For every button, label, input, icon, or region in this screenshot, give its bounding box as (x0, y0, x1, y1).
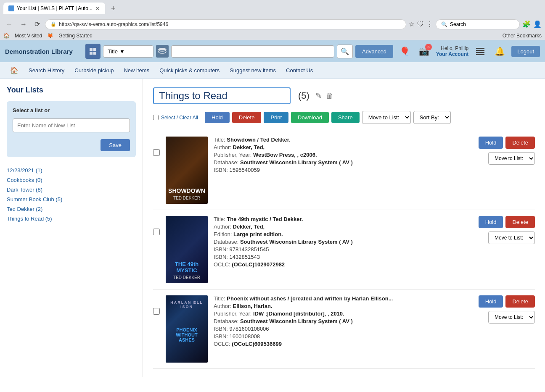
delete-list-icon[interactable]: 🗑 (326, 92, 333, 100)
list-icon[interactable] (473, 44, 488, 59)
extensions-icon[interactable]: 🧩 (522, 20, 531, 28)
isbn-label-2: ISBN: (214, 246, 228, 253)
title-value-3: Phoenix without ashes / [created and wri… (227, 295, 393, 302)
sort-by-dropdown[interactable]: Sort By: (413, 111, 451, 124)
profile-icon[interactable]: 👤 (533, 20, 542, 28)
bell-icon[interactable]: 🔔 (492, 44, 507, 59)
pub-label-1: Publisher, Year: (214, 152, 251, 158)
nav-new-items[interactable]: New items (119, 63, 154, 78)
menu-icon[interactable]: ⋮ (426, 20, 433, 28)
nav-contact-us[interactable]: Contact Us (281, 63, 318, 78)
hold-button-3[interactable]: Hold (479, 295, 503, 308)
tab-close-button[interactable]: ✕ (95, 5, 100, 12)
list-items: 12/23/2021 (1) Cookbooks (0) Dark Tower … (7, 166, 136, 224)
book-cover-2[interactable]: THE 49th MYSTIC TED DEKKER (166, 216, 208, 283)
browser-search-text: Search (450, 21, 466, 27)
reload-button[interactable]: ⟳ (32, 18, 42, 30)
sidebar: Your Lists Select a list or Save 12/23/2… (0, 79, 143, 377)
print-button[interactable]: Print (264, 112, 288, 123)
search-area: Title ▼ 🔍 Advanced (85, 44, 393, 59)
list-item-cookbooks[interactable]: Cookbooks (0) (7, 175, 136, 185)
move-to-list-select-2[interactable]: Move to List: (488, 232, 535, 244)
browser-tab[interactable]: Your List | SWLS | PLATT | Auto... ✕ (3, 3, 105, 14)
isbn-label-1: ISBN: (214, 167, 228, 173)
other-bookmarks[interactable]: Other Bookmarks (503, 33, 542, 39)
new-list-input[interactable] (13, 118, 130, 132)
delete-button-1[interactable]: Delete (505, 137, 535, 149)
database-icon[interactable] (156, 45, 169, 58)
share-button[interactable]: Share (331, 112, 360, 123)
edit-icon[interactable]: ✎ (315, 91, 322, 100)
nav-search-history[interactable]: Search History (24, 63, 69, 78)
logout-button[interactable]: Logout (511, 46, 540, 57)
bookmark-star-icon[interactable]: ☆ (409, 20, 415, 28)
search-input[interactable] (171, 45, 334, 58)
isbn2-label-3: ISBN: (214, 333, 228, 339)
delete-all-button[interactable]: Delete (232, 112, 262, 123)
list-item-dark-tower[interactable]: Dark Tower (8) (7, 185, 136, 195)
book-cover-title-1: SHOWDOWN (168, 187, 205, 194)
list-item-ted-dekker[interactable]: Ted Dekker (2) (7, 204, 136, 214)
book-actions-3: Hold Delete Move to List: (476, 295, 535, 324)
db-label-3: Database: (214, 318, 238, 324)
bookmark-getting-started[interactable]: Getting Started (58, 33, 93, 39)
list-item-12232021[interactable]: 12/23/2021 (1) (7, 166, 136, 175)
book-checkbox-2[interactable] (153, 229, 160, 235)
sidebar-box: Select a list or Save (7, 101, 136, 157)
book-cover-3[interactable]: HARLAN ELLISON PHOENIX WITHOUT ASHES (166, 295, 208, 363)
search-go-button[interactable]: 🔍 (337, 45, 353, 58)
address-bar[interactable]: 🔒 https://qa-swls-verso.auto-graphics.co… (45, 19, 406, 29)
book-item: THE 49th MYSTIC TED DEKKER Title: The 49… (153, 210, 535, 289)
nav-suggest-new-items[interactable]: Suggest new items (225, 63, 281, 78)
select-clear-label[interactable]: Select / Clear All (161, 115, 198, 121)
book-actions-2: Hold Delete Move to List: (476, 216, 535, 244)
hold-button-2[interactable]: Hold (479, 216, 503, 228)
search-icon-box[interactable] (85, 44, 101, 59)
sidebar-title: Your Lists (7, 86, 136, 95)
hotlist-icon[interactable]: 🎈 (397, 44, 413, 59)
title-label-1: Title: (214, 137, 225, 143)
site-title: Demonstration Library (5, 48, 73, 55)
sidebar-subtitle: Select a list or (13, 107, 130, 113)
select-all-checkbox[interactable] (153, 115, 159, 120)
move-to-list-dropdown[interactable]: Move to List: (362, 111, 411, 124)
list-item-summer-book-club[interactable]: Summer Book Club (5) (7, 195, 136, 204)
db-value-1: Southwest Wisconsin Library System ( AV … (240, 159, 353, 166)
hold-button-1[interactable]: Hold (479, 137, 503, 149)
camera-icon[interactable]: 📷 6 (417, 44, 432, 59)
book-cover-author-2: TED DEKKER (173, 275, 200, 280)
nav-quick-picks[interactable]: Quick picks & computers (154, 63, 225, 78)
book-checkbox-3[interactable] (153, 308, 160, 315)
delete-button-2[interactable]: Delete (505, 216, 535, 228)
hold-all-button[interactable]: Hold (205, 112, 230, 123)
nav-curbside-pickup[interactable]: Curbside pickup (69, 63, 119, 78)
edition-value-2: Large print edition. (233, 231, 283, 237)
forward-button[interactable]: → (18, 19, 29, 30)
browser-bookmark-icon: 🦊 (47, 33, 53, 39)
author-value-3: Ellison, Harlan. (233, 303, 272, 309)
user-account-link[interactable]: Your Account (436, 51, 468, 57)
list-glyph (475, 46, 485, 56)
search-type-dropdown[interactable]: Title ▼ (103, 45, 153, 58)
title-value-2: The 49th mystic / Ted Dekker. (227, 216, 303, 222)
home-bookmark-icon[interactable]: 🏠 (3, 33, 10, 39)
save-button[interactable]: Save (101, 139, 130, 151)
list-title-input[interactable] (153, 87, 291, 104)
oclc-label-3: OCLC: (214, 341, 230, 347)
bookmark-most-visited[interactable]: Most Visited (15, 33, 42, 39)
new-tab-button[interactable]: + (108, 3, 118, 14)
book-cover-1[interactable]: SHOWDOWN TED DEKKER (166, 137, 208, 204)
list-item-things-to-read[interactable]: Things to Read (5) (7, 214, 136, 224)
book-checkbox-1[interactable] (153, 149, 160, 156)
search-type-label: Title (108, 48, 118, 55)
browser-search-bar[interactable]: 🔍 Search (436, 19, 520, 29)
move-to-list-select-1[interactable]: Move to List: (488, 152, 535, 165)
move-to-list-select-3[interactable]: Move to List: (488, 311, 535, 324)
delete-button-3[interactable]: Delete (505, 295, 535, 308)
svg-rect-6 (476, 50, 484, 51)
advanced-button[interactable]: Advanced (355, 45, 393, 58)
back-button[interactable]: ← (3, 19, 15, 30)
download-button[interactable]: Download (291, 112, 329, 123)
nav-home[interactable]: 🏠 (5, 62, 24, 79)
catalog-icon (88, 47, 98, 56)
